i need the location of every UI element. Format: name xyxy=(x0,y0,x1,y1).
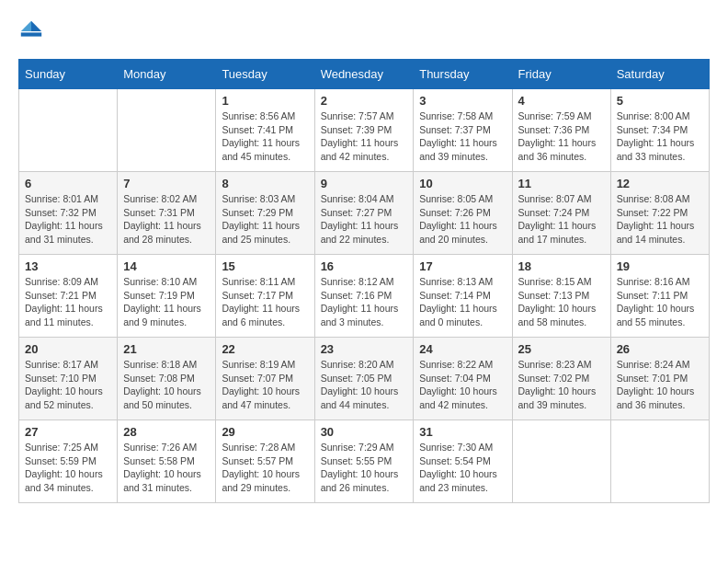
page-header xyxy=(18,18,710,44)
calendar-cell: 12 Sunrise: 8:08 AM Sunset: 7:22 PM Dayl… xyxy=(610,172,709,255)
logo-icon xyxy=(18,18,44,44)
day-info: Sunrise: 8:09 AM Sunset: 7:21 PM Dayligh… xyxy=(25,275,111,329)
day-number: 16 xyxy=(321,259,408,273)
weekday-header-tuesday: Tuesday xyxy=(216,60,314,89)
day-info: Sunrise: 7:58 AM Sunset: 7:37 PM Dayligh… xyxy=(419,109,506,164)
day-number: 1 xyxy=(222,94,308,108)
weekday-header-wednesday: Wednesday xyxy=(314,60,414,89)
day-number: 22 xyxy=(222,342,308,356)
day-number: 28 xyxy=(123,425,210,439)
day-info: Sunrise: 8:23 AM Sunset: 7:02 PM Dayligh… xyxy=(518,358,605,412)
day-info: Sunrise: 8:16 AM Sunset: 7:11 PM Dayligh… xyxy=(617,275,703,329)
calendar-cell: 11 Sunrise: 8:07 AM Sunset: 7:24 PM Dayl… xyxy=(512,172,610,255)
day-info: Sunrise: 8:11 AM Sunset: 7:17 PM Dayligh… xyxy=(222,275,308,329)
day-number: 23 xyxy=(321,342,408,356)
day-info: Sunrise: 8:15 AM Sunset: 7:13 PM Dayligh… xyxy=(518,275,605,329)
day-info: Sunrise: 8:05 AM Sunset: 7:26 PM Dayligh… xyxy=(419,192,506,247)
weekday-header-saturday: Saturday xyxy=(610,60,709,89)
day-info: Sunrise: 8:18 AM Sunset: 7:08 PM Dayligh… xyxy=(123,358,210,412)
day-info: Sunrise: 8:02 AM Sunset: 7:31 PM Dayligh… xyxy=(123,192,210,247)
calendar-cell: 4 Sunrise: 7:59 AM Sunset: 7:36 PM Dayli… xyxy=(512,89,610,172)
calendar-cell: 31 Sunrise: 7:30 AM Sunset: 5:54 PM Dayl… xyxy=(414,420,512,503)
day-info: Sunrise: 8:01 AM Sunset: 7:32 PM Dayligh… xyxy=(25,192,111,247)
day-number: 19 xyxy=(617,259,703,273)
calendar-cell: 21 Sunrise: 8:18 AM Sunset: 7:08 PM Dayl… xyxy=(118,338,216,420)
day-info: Sunrise: 7:59 AM Sunset: 7:36 PM Dayligh… xyxy=(518,109,605,164)
day-info: Sunrise: 8:00 AM Sunset: 7:34 PM Dayligh… xyxy=(617,109,703,164)
calendar-cell: 29 Sunrise: 7:28 AM Sunset: 5:57 PM Dayl… xyxy=(216,420,314,503)
logo xyxy=(18,18,48,44)
day-info: Sunrise: 8:13 AM Sunset: 7:14 PM Dayligh… xyxy=(419,275,506,329)
calendar-cell: 7 Sunrise: 8:02 AM Sunset: 7:31 PM Dayli… xyxy=(118,172,216,255)
calendar-cell: 20 Sunrise: 8:17 AM Sunset: 7:10 PM Dayl… xyxy=(19,338,118,420)
weekday-header-monday: Monday xyxy=(118,60,216,89)
calendar-cell: 17 Sunrise: 8:13 AM Sunset: 7:14 PM Dayl… xyxy=(414,255,512,338)
day-number: 13 xyxy=(25,259,111,273)
calendar-cell: 28 Sunrise: 7:26 AM Sunset: 5:58 PM Dayl… xyxy=(118,420,216,503)
day-info: Sunrise: 8:19 AM Sunset: 7:07 PM Dayligh… xyxy=(222,358,308,412)
day-info: Sunrise: 8:24 AM Sunset: 7:01 PM Dayligh… xyxy=(617,358,703,412)
day-info: Sunrise: 7:28 AM Sunset: 5:57 PM Dayligh… xyxy=(222,441,308,495)
calendar-cell: 19 Sunrise: 8:16 AM Sunset: 7:11 PM Dayl… xyxy=(610,255,709,338)
day-info: Sunrise: 8:20 AM Sunset: 7:05 PM Dayligh… xyxy=(321,358,408,412)
day-info: Sunrise: 8:12 AM Sunset: 7:16 PM Dayligh… xyxy=(321,275,408,329)
day-number: 6 xyxy=(25,177,111,190)
day-number: 18 xyxy=(518,259,605,273)
day-number: 8 xyxy=(222,177,308,190)
calendar: SundayMondayTuesdayWednesdayThursdayFrid… xyxy=(18,59,710,503)
calendar-cell: 23 Sunrise: 8:20 AM Sunset: 7:05 PM Dayl… xyxy=(314,338,414,420)
calendar-cell: 24 Sunrise: 8:22 AM Sunset: 7:04 PM Dayl… xyxy=(414,338,512,420)
weekday-header-thursday: Thursday xyxy=(414,60,512,89)
day-number: 11 xyxy=(518,177,605,190)
day-number: 25 xyxy=(518,342,605,356)
day-number: 15 xyxy=(222,259,308,273)
calendar-cell: 18 Sunrise: 8:15 AM Sunset: 7:13 PM Dayl… xyxy=(512,255,610,338)
calendar-cell: 30 Sunrise: 7:29 AM Sunset: 5:55 PM Dayl… xyxy=(314,420,414,503)
calendar-cell: 1 Sunrise: 8:56 AM Sunset: 7:41 PM Dayli… xyxy=(216,89,314,172)
day-info: Sunrise: 8:04 AM Sunset: 7:27 PM Dayligh… xyxy=(321,192,408,247)
day-number: 27 xyxy=(25,425,111,439)
day-info: Sunrise: 8:07 AM Sunset: 7:24 PM Dayligh… xyxy=(518,192,605,247)
day-number: 26 xyxy=(617,342,703,356)
day-info: Sunrise: 7:26 AM Sunset: 5:58 PM Dayligh… xyxy=(123,441,210,495)
day-info: Sunrise: 8:22 AM Sunset: 7:04 PM Dayligh… xyxy=(419,358,506,412)
calendar-cell xyxy=(610,420,709,503)
day-info: Sunrise: 7:30 AM Sunset: 5:54 PM Dayligh… xyxy=(419,441,506,495)
day-number: 30 xyxy=(321,425,408,439)
svg-marker-1 xyxy=(21,21,31,31)
day-info: Sunrise: 8:56 AM Sunset: 7:41 PM Dayligh… xyxy=(222,109,308,164)
day-info: Sunrise: 8:17 AM Sunset: 7:10 PM Dayligh… xyxy=(25,358,111,412)
calendar-cell: 6 Sunrise: 8:01 AM Sunset: 7:32 PM Dayli… xyxy=(19,172,118,255)
day-number: 17 xyxy=(419,259,506,273)
day-number: 4 xyxy=(518,94,605,108)
day-number: 9 xyxy=(321,177,408,190)
day-number: 2 xyxy=(321,94,408,108)
calendar-cell xyxy=(118,89,216,172)
day-info: Sunrise: 8:03 AM Sunset: 7:29 PM Dayligh… xyxy=(222,192,308,247)
day-number: 29 xyxy=(222,425,308,439)
calendar-cell: 2 Sunrise: 7:57 AM Sunset: 7:39 PM Dayli… xyxy=(314,89,414,172)
svg-rect-2 xyxy=(21,32,41,36)
calendar-cell: 26 Sunrise: 8:24 AM Sunset: 7:01 PM Dayl… xyxy=(610,338,709,420)
calendar-cell xyxy=(19,89,118,172)
calendar-cell: 15 Sunrise: 8:11 AM Sunset: 7:17 PM Dayl… xyxy=(216,255,314,338)
svg-marker-0 xyxy=(31,21,41,31)
day-number: 20 xyxy=(25,342,111,356)
day-number: 7 xyxy=(123,177,210,190)
calendar-cell xyxy=(512,420,610,503)
calendar-cell: 27 Sunrise: 7:25 AM Sunset: 5:59 PM Dayl… xyxy=(19,420,118,503)
day-info: Sunrise: 8:08 AM Sunset: 7:22 PM Dayligh… xyxy=(617,192,703,247)
day-number: 10 xyxy=(419,177,506,190)
calendar-cell: 5 Sunrise: 8:00 AM Sunset: 7:34 PM Dayli… xyxy=(610,89,709,172)
calendar-cell: 14 Sunrise: 8:10 AM Sunset: 7:19 PM Dayl… xyxy=(118,255,216,338)
calendar-cell: 10 Sunrise: 8:05 AM Sunset: 7:26 PM Dayl… xyxy=(414,172,512,255)
calendar-cell: 22 Sunrise: 8:19 AM Sunset: 7:07 PM Dayl… xyxy=(216,338,314,420)
day-number: 3 xyxy=(419,94,506,108)
calendar-cell: 9 Sunrise: 8:04 AM Sunset: 7:27 PM Dayli… xyxy=(314,172,414,255)
calendar-cell: 25 Sunrise: 8:23 AM Sunset: 7:02 PM Dayl… xyxy=(512,338,610,420)
calendar-cell: 13 Sunrise: 8:09 AM Sunset: 7:21 PM Dayl… xyxy=(19,255,118,338)
weekday-header-sunday: Sunday xyxy=(19,60,118,89)
day-info: Sunrise: 7:25 AM Sunset: 5:59 PM Dayligh… xyxy=(25,441,111,495)
day-number: 24 xyxy=(419,342,506,356)
day-info: Sunrise: 8:10 AM Sunset: 7:19 PM Dayligh… xyxy=(123,275,210,329)
